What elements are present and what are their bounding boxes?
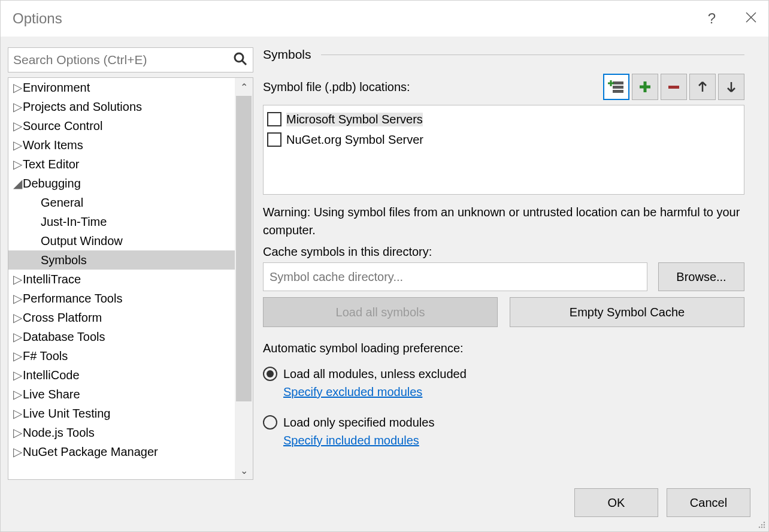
expander-icon[interactable]: ◢	[12, 176, 23, 191]
search-container	[8, 47, 253, 72]
dialog-footer: OK Cancel	[1, 480, 768, 531]
list-item[interactable]: NuGet.org Symbol Server	[267, 129, 740, 150]
search-icon[interactable]	[233, 52, 247, 68]
move-up-button[interactable]	[689, 74, 716, 100]
tree-scrollbar[interactable]: ⌃ ⌄	[235, 78, 253, 479]
expander-icon[interactable]: ▷	[12, 119, 23, 133]
tree-item-workitems[interactable]: ▷Work Items	[8, 135, 235, 155]
tree-item-nodejs[interactable]: ▷Node.js Tools	[8, 423, 235, 442]
svg-rect-1	[613, 81, 623, 84]
tree-item-intellitrace[interactable]: ▷IntelliTrace	[8, 270, 235, 289]
add-server-button[interactable]	[603, 74, 629, 100]
tree-item-jit[interactable]: Just-In-Time	[8, 212, 235, 231]
locations-row: Symbol file (.pdb) locations:	[263, 74, 744, 100]
tree-item-liveunit[interactable]: ▷Live Unit Testing	[8, 404, 235, 423]
expander-icon[interactable]: ▷	[12, 138, 23, 152]
scrollbar-thumb[interactable]	[236, 96, 252, 401]
checkbox[interactable]	[267, 132, 281, 147]
scroll-up-icon[interactable]: ⌃	[235, 78, 253, 96]
expander-icon[interactable]: ▷	[12, 445, 23, 459]
section-title: Symbols	[263, 47, 311, 62]
symbol-locations-list[interactable]: Microsoft Symbol Servers NuGet.org Symbo…	[263, 105, 744, 195]
expander-icon[interactable]: ▷	[12, 425, 23, 440]
tree-item-output[interactable]: Output Window	[8, 231, 235, 250]
cache-dir-input[interactable]	[263, 262, 647, 291]
tree-item-environment[interactable]: ▷Environment	[8, 78, 235, 97]
tree-item-fsharp[interactable]: ▷F# Tools	[8, 346, 235, 365]
list-item-label: NuGet.org Symbol Server	[286, 133, 423, 147]
scroll-down-icon[interactable]: ⌄	[235, 461, 253, 479]
expander-icon[interactable]: ▷	[12, 330, 23, 344]
expander-icon[interactable]: ▷	[12, 349, 23, 363]
tree-item-projects[interactable]: ▷Projects and Solutions	[8, 97, 235, 116]
expander-icon[interactable]: ▷	[12, 157, 23, 171]
tree-item-texteditor[interactable]: ▷Text Editor	[8, 155, 235, 174]
expander-icon[interactable]: ▷	[12, 368, 23, 382]
radio-load-specified[interactable]: Load only specified modules	[263, 411, 744, 434]
svg-point-6	[761, 524, 762, 525]
tree-item-perftools[interactable]: ▷Performance Tools	[8, 289, 235, 308]
close-icon[interactable]	[746, 11, 756, 26]
options-window: Options ? ▷Environment ▷Projects and Sol…	[0, 0, 769, 532]
warning-text: Warning: Using symbol files from an unkn…	[263, 203, 744, 239]
cancel-button[interactable]: Cancel	[667, 488, 750, 517]
radio-button[interactable]	[263, 367, 277, 381]
tree-item-crossplat[interactable]: ▷Cross Platform	[8, 308, 235, 327]
resize-grip-icon[interactable]	[756, 519, 765, 528]
search-input[interactable]	[8, 47, 253, 72]
tree-inner: ▷Environment ▷Projects and Solutions ▷So…	[8, 78, 235, 479]
remove-button[interactable]	[661, 74, 687, 100]
radio-load-all[interactable]: Load all modules, unless excluded	[263, 362, 744, 385]
cache-dir-label: Cache symbols in this directory:	[263, 245, 744, 259]
expander-icon[interactable]: ▷	[12, 99, 23, 114]
section-header: Symbols	[263, 47, 744, 62]
cache-row: Browse...	[263, 262, 744, 291]
expander-icon[interactable]: ▷	[12, 310, 23, 325]
tree-item-intellicode[interactable]: ▷IntelliCode	[8, 365, 235, 385]
expander-icon[interactable]: ▷	[12, 272, 23, 286]
expander-icon[interactable]: ▷	[12, 406, 23, 421]
title-bar: Options ?	[1, 1, 768, 37]
list-item[interactable]: Microsoft Symbol Servers	[267, 109, 740, 129]
tree-item-nuget[interactable]: ▷NuGet Package Manager	[8, 442, 235, 461]
toolbar	[603, 74, 744, 100]
ok-button[interactable]: OK	[574, 488, 658, 517]
included-modules-link[interactable]: Specify included modules	[283, 434, 419, 447]
svg-rect-4	[668, 86, 679, 89]
excluded-modules-link[interactable]: Specify excluded modules	[283, 385, 422, 398]
expander-icon[interactable]: ▷	[12, 291, 23, 306]
help-icon[interactable]: ?	[708, 10, 716, 27]
tree-item-dbtools[interactable]: ▷Database Tools	[8, 327, 235, 346]
radio-button[interactable]	[263, 415, 277, 430]
move-down-button[interactable]	[718, 74, 744, 100]
expander-icon[interactable]: ▷	[12, 80, 23, 95]
tree-item-debugging[interactable]: ◢Debugging	[8, 174, 235, 193]
category-tree: ▷Environment ▷Projects and Solutions ▷So…	[8, 77, 253, 480]
expander-icon[interactable]: ▷	[12, 387, 23, 401]
add-button[interactable]	[632, 74, 658, 100]
svg-point-5	[764, 522, 765, 523]
radio-label: Load only specified modules	[283, 416, 434, 430]
checkbox[interactable]	[267, 112, 281, 126]
svg-rect-2	[613, 86, 623, 89]
load-all-button: Load all symbols	[263, 297, 498, 327]
auto-load-label: Automatic symbol loading preference:	[263, 341, 744, 355]
left-panel: ▷Environment ▷Projects and Solutions ▷So…	[8, 47, 253, 480]
tree-item-liveshare[interactable]: ▷Live Share	[8, 385, 235, 404]
empty-cache-button[interactable]: Empty Symbol Cache	[510, 297, 744, 327]
svg-point-9	[761, 527, 762, 528]
tree-item-symbols[interactable]: Symbols	[8, 250, 235, 270]
svg-point-8	[759, 527, 760, 528]
svg-point-0	[235, 53, 243, 62]
list-item-label: Microsoft Symbol Servers	[286, 113, 423, 126]
symbol-buttons-row: Load all symbols Empty Symbol Cache	[263, 297, 744, 327]
radio-label: Load all modules, unless excluded	[283, 367, 467, 381]
dialog-body: ▷Environment ▷Projects and Solutions ▷So…	[1, 37, 768, 480]
window-title: Options	[13, 10, 708, 27]
svg-rect-3	[613, 90, 623, 93]
browse-button[interactable]: Browse...	[658, 262, 744, 291]
tree-item-sourcecontrol[interactable]: ▷Source Control	[8, 116, 235, 135]
svg-point-10	[764, 527, 765, 528]
tree-item-general[interactable]: General	[8, 193, 235, 212]
header-divider	[321, 55, 744, 55]
